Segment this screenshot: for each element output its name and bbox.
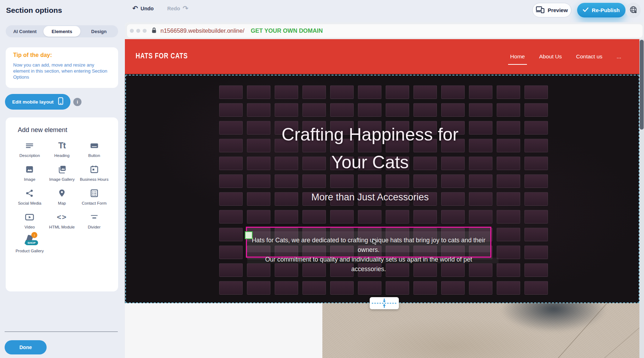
grid-tile [441,210,465,223]
add-element-label: Button [88,153,100,158]
add-element-button[interactable]: Button [79,139,110,158]
nav-more[interactable]: ... [616,51,622,62]
grid-tile [469,281,492,295]
grid-tile [247,85,270,99]
done-button[interactable]: Done [5,340,47,354]
add-element-video[interactable]: Video [14,211,45,230]
add-element-html-module[interactable]: <>HTML Module [46,211,78,230]
grid-tile [330,281,354,295]
image-icon [25,163,35,175]
scrollbar-thumb[interactable] [640,40,644,130]
undo-redo-group: ↶ Undo Redo ↷ [132,5,188,12]
grid-tile [386,85,409,99]
add-element-product-gallery[interactable]: SHOP↑Product Gallery [14,235,45,253]
grid-tile [524,103,548,117]
grid-tile [302,85,326,99]
hero-heading[interactable]: Crafting Happiness for Your Cats [210,121,530,176]
grid-tile [497,103,520,117]
grid-tile [469,174,492,188]
grid-tile [219,210,243,223]
page-scrollbar[interactable] [639,39,644,358]
add-element-heading[interactable]: TtHeading [46,139,78,158]
grid-tile [275,210,298,223]
nav-home[interactable]: Home [510,51,526,62]
grid-tile [247,210,270,223]
add-element-divider[interactable]: Divider [79,211,110,230]
redo-label: Redo [167,6,180,11]
preview-label: Preview [548,7,568,13]
site-url[interactable]: n1566589.websitebuilder.online/ [160,27,244,34]
hero-paragraph[interactable]: Hats for Cats, we are dedicated to craft… [249,236,488,274]
grid-tile [219,174,243,188]
add-element-business-hours[interactable]: Business Hours [79,163,110,182]
add-element-social-media[interactable]: Social Media [14,187,45,206]
grid-tile [386,210,409,223]
grid-tile [469,210,492,223]
grid-tile [469,103,492,117]
add-element-map[interactable]: Map [46,187,78,206]
grid-tile [497,192,520,206]
tab-elements[interactable]: Elements [43,26,80,37]
add-element-description[interactable]: Description [14,139,45,158]
get-domain-link[interactable]: GET YOUR OWN DOMAIN [251,27,323,34]
add-element-image-gallery[interactable]: Image Gallery [46,163,78,182]
grid-tile [469,85,492,99]
website-builder-app: Section options ↶ Undo Redo ↷ Preview Re… [0,0,644,358]
site-logo[interactable]: HATS FOR CATS [136,51,188,60]
resize-arrows-icon [370,298,398,309]
language-globe-button[interactable] [625,2,641,18]
add-element-contact-form[interactable]: Contact Form [79,187,110,206]
section-resize-handle[interactable] [370,297,399,309]
undo-label: Undo [141,6,154,11]
nav-about-us[interactable]: About Us [538,51,563,62]
redo-button[interactable]: Redo ↷ [167,5,188,12]
grid-tile [219,281,243,295]
nav-contact-us[interactable]: Contact us [575,51,603,62]
grid-tile [413,210,437,223]
preview-button[interactable]: Preview [532,3,571,17]
grid-tile [275,174,298,188]
grid-tile [330,85,354,99]
republish-button[interactable]: Re-Publish [577,3,625,17]
grid-tile [330,174,354,188]
hero-subheading[interactable]: More than Just Accessories [246,192,495,203]
add-element-image[interactable]: Image [14,163,45,182]
grid-tile [247,174,270,188]
grid-tile [497,246,520,259]
browser-chrome-bar: n1566589.websitebuilder.online/ GET YOUR… [125,22,644,39]
floor-tile-lines [322,303,644,358]
next-section-floor-image [322,303,644,358]
add-element-label: Image Gallery [49,177,75,182]
selected-paragraph-box[interactable]: Hats for Cats, we are dedicated to craft… [246,227,491,258]
edit-mobile-layout-button[interactable]: Edit mobile layout [5,94,70,110]
heading-icon: Tt [58,139,66,152]
tab-ai-content[interactable]: AI Content [6,26,43,37]
shop-badge: SHOP [25,240,38,245]
business-hours-icon [89,163,99,175]
site-nav: HomeAbout UsContact us... [510,39,622,74]
grid-tile [524,281,548,295]
grid-tile [302,103,326,117]
add-element-label: Image [24,177,35,182]
grid-tile [524,246,548,259]
add-element-label: HTML Module [49,225,75,230]
add-element-label: Video [25,225,35,230]
hero-section[interactable]: Crafting Happiness for Your Cats More th… [125,74,644,303]
social-media-icon [25,187,35,199]
element-drag-handle[interactable] [245,231,253,239]
info-icon[interactable]: i [73,98,81,106]
grid-tile [413,281,437,295]
grid-tile [441,281,465,295]
contact-form-icon [89,187,99,199]
add-element-title: Add new element [18,126,67,134]
grid-tile [386,174,409,188]
grid-tile [524,192,548,206]
grid-tile [497,210,520,223]
add-new-element-panel: Add new element DescriptionTtHeadingButt… [6,117,118,291]
grid-tile [497,281,520,295]
undo-button[interactable]: ↶ Undo [132,5,154,12]
grid-tile [219,263,243,277]
hero-heading-line1: Crafting Happiness for [210,121,530,148]
next-section[interactable] [125,303,644,358]
tab-design[interactable]: Design [80,26,117,37]
